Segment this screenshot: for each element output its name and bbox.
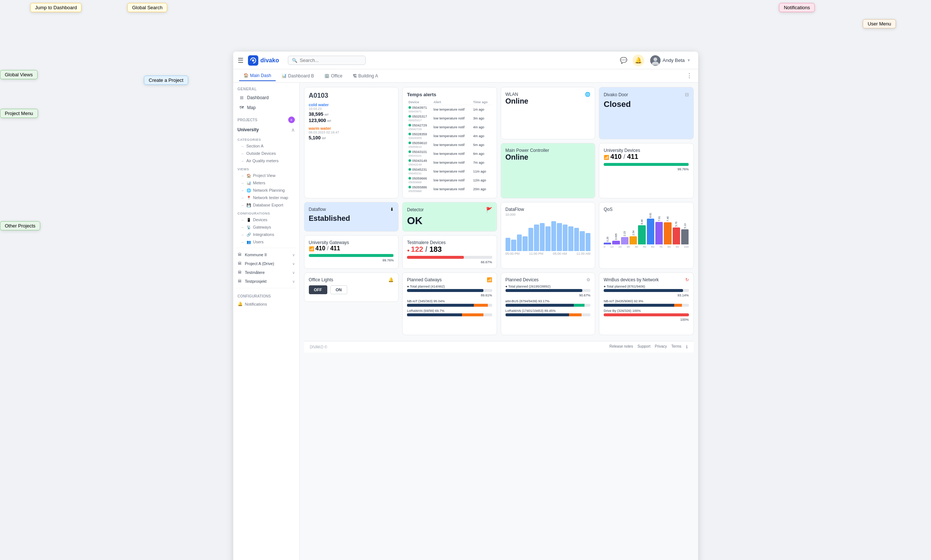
tab-more-icon[interactable]: ⋮ [686,72,692,79]
devices-label: Devices [253,217,267,222]
sidebar-database-export[interactable]: → 💾 Database Export [233,201,299,209]
bell-icon-btn[interactable]: 🔔 [633,55,644,66]
warm-water-val: 5,100 m³ [309,135,326,140]
sidebar-air-quality[interactable]: → Air Quality meters [233,157,299,165]
footer-link-terms[interactable]: Terms [671,344,681,349]
table-row: 0502531700025317 low temperature notif 3… [407,114,492,123]
hamburger-menu[interactable]: ☰ [238,56,244,65]
university-project-header[interactable]: University ∧ [233,125,299,135]
uni-gw-progress-bg [309,254,394,257]
card-a0103: A0103 cold water 10.03.23 38,595 m³ [304,87,399,198]
user-menu[interactable]: Andy Beta ▼ [647,54,694,67]
qos-bar-item: 7.61 [655,216,663,245]
sidebar-testprosjekt[interactable]: 🏛 Testprosjekt ∨ [233,277,299,286]
bell-lights-icon: 🔔 [388,277,394,282]
sidebar-item-map[interactable]: 🗺 Map [235,103,298,112]
sidebar-section-a[interactable]: → Section A [233,142,299,150]
card-dataflow-chart: DataFlow 10,000 05:00 PM 11:00 PM 05:00 … [501,202,596,269]
tab-office[interactable]: 🏢 Office [320,71,347,81]
footer-link-privacy[interactable]: Privacy [655,344,667,349]
dataflow-bar [545,226,551,251]
planned-dev-lora-section: LoRaWAN (17401/19453) 89.45% [506,309,591,316]
add-project-button[interactable]: + [288,117,295,123]
lights-off-button[interactable]: OFF [309,285,327,294]
planned-dev-wmbus-bg [506,304,591,307]
lora-fill1 [407,313,462,316]
sidebar-network-tester[interactable]: → 📍 Network tester map [233,194,299,201]
door-settings-icon[interactable]: ⊟ [685,92,689,97]
footer-link-support[interactable]: Support [637,344,650,349]
user-name-text: Andy Beta [663,57,685,63]
arrow-icon: → [241,181,244,185]
planned-dev-total-pct: 90.67% [506,294,591,297]
tab-dashboard-b[interactable]: 📊 Dashboard B [277,71,318,81]
sidebar-project-a-drive[interactable]: 🏛 Project A (Drive) ∨ [233,259,299,268]
planned-gw-nbiot-section: NB-IoT (345/363) 95.04% [407,299,492,307]
section-a-label: Section A [247,144,264,148]
testmalere-chevron: ∨ [292,271,295,275]
download-icon: ⬇ [390,207,394,212]
qos-bar-item: 0.26 [604,237,611,245]
project-view-icon: 🏠 [247,174,251,178]
sidebar-gateways[interactable]: → 📡 Gateways [233,223,299,231]
tab-main-dash[interactable]: 🏠 Main Dash [239,71,276,81]
projects-header: Projects + [233,113,299,125]
dataflow-bar [522,236,528,251]
info-icon: ℹ [686,344,688,349]
search-box[interactable]: 🔍 [288,56,366,65]
planned-gw-nbiot-dual [407,304,492,307]
tab-building-a[interactable]: 🏗 Building A [348,71,382,81]
sidebar-testmalere[interactable]: 🏛 Testmålere ∨ [233,268,299,277]
arrow-icon: → [241,240,244,244]
project-a-label: Project A (Drive) [245,262,274,266]
planned-dev-lora-bg [506,313,591,316]
integrations-icon: 🔗 [247,232,251,237]
mpc-status: Online [506,153,591,162]
sidebar-outside-devices[interactable]: → Outside Devices [233,150,299,157]
sidebar-meters[interactable]: → 📊 Meters [233,179,299,186]
kommune-left: 🏛 Kommune II [238,252,267,257]
callout-user-menu: User Menu [863,19,896,28]
wmbus-drive-fill [604,313,689,316]
wmbus-drive-label: Drive By (326/326) 100% [604,309,689,312]
sidebar-integrations[interactable]: → 🔗 Integrations [233,231,299,238]
lora-fill2 [569,313,582,316]
testmalere-progress-bg [407,256,492,259]
search-input[interactable] [300,57,361,63]
chevron-down-icon: ▼ [687,58,691,62]
card-qos: QoS 0.260.9952.232.546.468.817.617.485.7… [599,202,694,269]
settings-icon[interactable]: ⚙ [586,277,590,282]
database-export-label: Database Export [253,203,283,207]
refresh-icon[interactable]: ↻ [685,277,689,282]
uni-gw-count-row: 📶 410 / 411 [309,245,394,252]
sidebar-item-dashboard[interactable]: ⊞ Dashboard [235,93,298,103]
home-icon: 🏠 [244,73,249,78]
cold-water-values: 38,595 m³ [309,111,394,117]
sidebar-network-planning[interactable]: → 🌐 Network Planning [233,186,299,194]
dataflow-status: Established [309,214,394,223]
map-icon: 🗺 [239,105,244,110]
lights-on-button[interactable]: ON [330,285,347,294]
footer-link-release[interactable]: Release notes [610,344,633,349]
sidebar-notifications[interactable]: 🔔 Notifications [233,300,299,308]
detector-status: OK [407,215,492,227]
wmbus-nbiot-label: NB-IoT (8435/9080) 92.9% [604,299,689,303]
logo-area: divako [248,55,279,66]
message-icon-btn[interactable]: 💬 [618,55,630,66]
sidebar-project-view[interactable]: → 🏠 Project View [233,172,299,179]
project-a-left: 🏛 Project A (Drive) [238,261,274,266]
callout-global-views: Global Views [0,70,38,79]
dataflow-bar [568,226,573,251]
building-icon: 🏗 [353,74,357,78]
sidebar-users[interactable]: → 👥 Users [233,238,299,246]
svg-point-3 [653,57,657,61]
table-row: 0505588605055886 low temperature notif 2… [407,185,492,194]
testprosjekt-label: Testprosjekt [245,279,267,283]
sidebar-devices[interactable]: → 📱 Devices [233,216,299,223]
sidebar-kommune-ii[interactable]: 🏛 Kommune II ∨ [233,250,299,259]
sidebar: General ⊞ Dashboard 🗺 Map Projects + Uni… [233,83,300,560]
footer: DIVAKO © Release notes Support Privacy T… [304,341,694,352]
bell-small-icon: 🔔 [238,302,243,306]
temps-title: Temps alerts [407,92,492,97]
categories-label: CATEGORIES [233,135,299,142]
